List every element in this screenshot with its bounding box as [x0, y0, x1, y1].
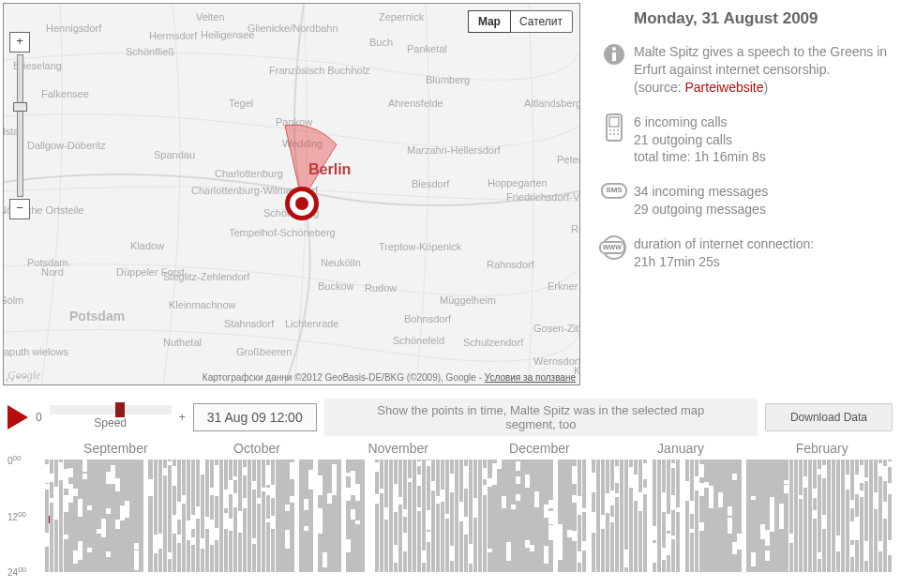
- calendar-day[interactable]: [318, 460, 322, 572]
- map-terms-link[interactable]: Условия за ползване: [485, 372, 576, 383]
- calendar-day[interactable]: [808, 460, 812, 572]
- calendar-day[interactable]: [464, 460, 468, 572]
- calendar-day[interactable]: [408, 460, 412, 572]
- calendar-day[interactable]: [662, 460, 666, 572]
- calendar-day[interactable]: [502, 460, 505, 572]
- calendar-day[interactable]: [455, 460, 458, 572]
- calendar-day[interactable]: [774, 460, 778, 572]
- calendar-day[interactable]: [888, 460, 892, 572]
- calendar-day[interactable]: [606, 460, 609, 572]
- calendar-day[interactable]: [115, 460, 119, 572]
- calendar-day[interactable]: [699, 460, 703, 572]
- calendar-day[interactable]: [445, 460, 449, 572]
- zoom-in-button[interactable]: +: [9, 32, 30, 53]
- calendar-day[interactable]: [271, 460, 275, 572]
- calendar-day[interactable]: [106, 460, 110, 572]
- calendar-day[interactable]: [539, 460, 543, 572]
- calendar-day[interactable]: [737, 460, 741, 572]
- calendar-day[interactable]: [836, 460, 840, 572]
- calendar-day[interactable]: [794, 460, 798, 572]
- zoom-out-button[interactable]: −: [9, 199, 30, 219]
- calendar-day[interactable]: [97, 460, 100, 572]
- calendar-day[interactable]: [163, 460, 167, 572]
- calendar-day[interactable]: [191, 460, 195, 572]
- calendar-day[interactable]: [59, 460, 63, 572]
- calendar-day[interactable]: [572, 460, 576, 572]
- calendar-day[interactable]: [756, 460, 759, 572]
- calendar-day[interactable]: [667, 460, 670, 572]
- calendar-day[interactable]: [746, 460, 750, 572]
- calendar-day[interactable]: [125, 460, 128, 572]
- calendar-day[interactable]: [266, 460, 270, 572]
- calendar-day[interactable]: [257, 460, 261, 572]
- calendar-day[interactable]: [516, 460, 519, 572]
- calendar-day[interactable]: [544, 460, 548, 572]
- calendar-day[interactable]: [601, 460, 605, 572]
- calendar-day[interactable]: [592, 460, 595, 572]
- calendar-day[interactable]: [355, 460, 359, 572]
- calendar-day[interactable]: [215, 460, 218, 572]
- calendar-day[interactable]: [304, 460, 308, 572]
- calendar-day[interactable]: [323, 460, 326, 572]
- calendar-day[interactable]: [45, 460, 49, 572]
- calendar-day[interactable]: [280, 460, 284, 572]
- calendar-day[interactable]: [92, 460, 96, 572]
- calendar-day[interactable]: [799, 460, 803, 572]
- calendar-day[interactable]: [299, 460, 303, 572]
- calendar-day[interactable]: [290, 460, 293, 572]
- calendar-day[interactable]: [332, 460, 336, 572]
- download-button[interactable]: Download Data: [765, 403, 893, 431]
- calendar-day[interactable]: [427, 460, 430, 572]
- calendar-day[interactable]: [441, 460, 444, 572]
- calendar-day[interactable]: [370, 460, 374, 572]
- calendar-day[interactable]: [384, 460, 388, 572]
- calendar-day[interactable]: [73, 460, 77, 572]
- calendar-day[interactable]: [713, 460, 717, 572]
- calendar-day[interactable]: [54, 460, 58, 572]
- calendar-day[interactable]: [129, 460, 133, 572]
- calendar-day[interactable]: [380, 460, 383, 572]
- calendar-day[interactable]: [671, 460, 675, 572]
- calendar-day[interactable]: [525, 460, 529, 572]
- calendar-day[interactable]: [313, 460, 317, 572]
- calendar-day[interactable]: [450, 460, 454, 572]
- calendar-day[interactable]: [534, 460, 538, 572]
- calendar-day[interactable]: [389, 460, 393, 572]
- calendar-day[interactable]: [615, 460, 619, 572]
- calendar-day[interactable]: [366, 460, 369, 572]
- calendar-day[interactable]: [695, 460, 698, 572]
- calendar-strip[interactable]: [45, 460, 893, 572]
- calendar-day[interactable]: [553, 460, 557, 572]
- calendar-day[interactable]: [459, 460, 463, 572]
- calendar-day[interactable]: [685, 460, 689, 572]
- calendar-day[interactable]: [360, 460, 364, 572]
- calendar-day[interactable]: [657, 460, 661, 572]
- calendar-day[interactable]: [850, 460, 854, 572]
- calendar-day[interactable]: [233, 460, 237, 572]
- calendar-day[interactable]: [803, 460, 807, 572]
- calendar-day[interactable]: [860, 460, 863, 572]
- calendar-day[interactable]: [210, 460, 214, 572]
- calendar-day[interactable]: [638, 460, 642, 572]
- calendar-day[interactable]: [473, 460, 477, 572]
- calendar-day[interactable]: [676, 460, 680, 572]
- calendar-day[interactable]: [690, 460, 694, 572]
- info-source-link[interactable]: Parteiwebsite: [684, 80, 763, 95]
- calendar-day[interactable]: [506, 460, 510, 572]
- calendar-day[interactable]: [704, 460, 708, 572]
- calendar-day[interactable]: [624, 460, 628, 572]
- calendar-day[interactable]: [610, 460, 614, 572]
- calendar-day[interactable]: [83, 460, 86, 572]
- calendar-day[interactable]: [168, 460, 172, 572]
- calendar-day[interactable]: [548, 460, 552, 572]
- calendar-day[interactable]: [558, 460, 562, 572]
- calendar-day[interactable]: [187, 460, 190, 572]
- map-type-toggle[interactable]: Map Сателит: [468, 10, 573, 33]
- calendar-day[interactable]: [832, 460, 835, 572]
- calendar-day[interactable]: [483, 460, 487, 572]
- calendar-day[interactable]: [111, 460, 114, 572]
- calendar-day[interactable]: [846, 460, 849, 572]
- calendar-day[interactable]: [219, 460, 223, 572]
- calendar-day[interactable]: [492, 460, 496, 572]
- map-type-satellite[interactable]: Сателит: [510, 11, 572, 32]
